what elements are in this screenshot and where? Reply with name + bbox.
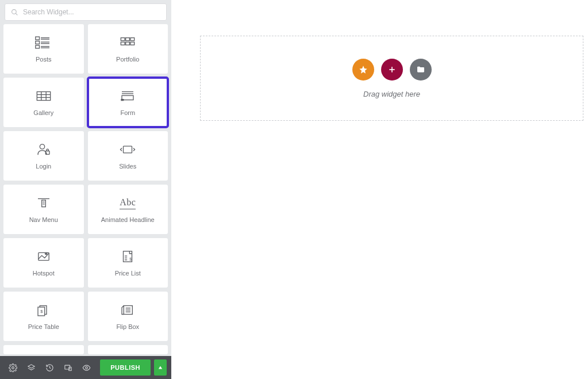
- widget-label: Hotspot: [33, 270, 55, 277]
- svg-marker-55: [159, 366, 162, 369]
- widget-panel: Posts Portfolio Gallery: [0, 0, 171, 356]
- drop-hint-text: Drag widget here: [363, 90, 420, 98]
- svg-rect-13: [130, 38, 134, 41]
- navigator-button[interactable]: [23, 359, 39, 376]
- template-button[interactable]: [410, 59, 432, 81]
- gallery-icon: [35, 89, 52, 104]
- widget-posts[interactable]: Posts: [3, 24, 84, 74]
- widget-pricetable[interactable]: $ Price Table: [3, 292, 84, 341]
- widget-label: Flip Box: [116, 323, 139, 330]
- widget-portfolio[interactable]: Portfolio: [88, 24, 168, 74]
- widget-label: Price Table: [28, 323, 59, 330]
- svg-rect-28: [124, 146, 132, 153]
- folder-icon: [416, 65, 425, 74]
- search-box[interactable]: [5, 3, 167, 21]
- widget-label: Posts: [36, 56, 52, 63]
- svg-rect-11: [121, 38, 125, 41]
- svg-point-26: [40, 144, 44, 149]
- widget-animated-headline[interactable]: Abc Animated Headline: [88, 185, 168, 234]
- plus-icon: [387, 65, 397, 74]
- portfolio-icon: [119, 35, 136, 50]
- preview-button[interactable]: [78, 359, 94, 376]
- responsive-icon: [64, 363, 72, 372]
- svg-rect-15: [126, 42, 130, 45]
- svg-rect-25: [121, 99, 124, 101]
- search-input[interactable]: [23, 8, 160, 16]
- svg-rect-12: [126, 38, 130, 41]
- search-icon: [11, 9, 18, 16]
- svg-text:$: $: [130, 257, 132, 261]
- widget-flipbox[interactable]: Flip Box: [88, 292, 168, 341]
- widget-navmenu[interactable]: Nav Menu: [3, 185, 84, 234]
- widget-label: Animated Headline: [101, 216, 155, 223]
- history-button[interactable]: [41, 359, 57, 376]
- drop-zone[interactable]: Drag widget here: [200, 36, 583, 121]
- hotspot-icon: [35, 249, 52, 264]
- pricelist-icon: $: [119, 249, 136, 264]
- responsive-button[interactable]: [60, 359, 76, 376]
- widget-label: Portfolio: [116, 56, 139, 63]
- svg-rect-8: [36, 45, 40, 48]
- star-icon: [359, 65, 368, 74]
- svg-rect-16: [130, 42, 134, 45]
- svg-point-50: [11, 366, 14, 369]
- pricetable-icon: $: [35, 303, 52, 317]
- editor-canvas: Drag widget here: [171, 0, 588, 356]
- widget-login[interactable]: Login: [3, 131, 84, 181]
- widget-hotspot[interactable]: Hotspot: [3, 238, 84, 288]
- form-icon: [119, 89, 136, 104]
- publish-label: PUBLISH: [110, 364, 140, 371]
- flipbox-icon: [119, 303, 136, 317]
- widget-slides[interactable]: Slides: [88, 131, 168, 181]
- svg-rect-30: [41, 200, 45, 207]
- posts-icon: [35, 35, 52, 50]
- widget-label: Slides: [119, 163, 136, 170]
- svg-rect-5: [36, 41, 40, 44]
- search-container: [0, 0, 171, 24]
- widget-partial[interactable]: [3, 345, 84, 354]
- login-icon: [35, 142, 52, 157]
- svg-point-35: [46, 254, 47, 254]
- svg-marker-51: [28, 364, 34, 367]
- widget-partial[interactable]: [88, 345, 168, 354]
- svg-rect-2: [36, 37, 40, 40]
- navmenu-icon: [35, 196, 52, 210]
- layers-icon: [27, 363, 36, 372]
- add-section-button[interactable]: [381, 59, 403, 81]
- history-icon: [45, 363, 54, 372]
- slides-icon: [119, 142, 136, 157]
- svg-point-54: [85, 366, 87, 369]
- add-section-buttons: [352, 59, 432, 81]
- settings-button[interactable]: [5, 359, 21, 376]
- publish-options-button[interactable]: [154, 359, 167, 376]
- svg-rect-17: [37, 92, 50, 101]
- widget-gallery[interactable]: Gallery: [3, 78, 84, 127]
- widget-label: Gallery: [33, 109, 53, 116]
- svg-point-0: [12, 9, 17, 14]
- gear-icon: [9, 363, 17, 372]
- widget-form[interactable]: Form: [88, 78, 168, 127]
- widget-pricelist[interactable]: $ Price List: [88, 238, 168, 288]
- widget-grid: Posts Portfolio Gallery: [0, 24, 171, 356]
- publish-button[interactable]: PUBLISH: [100, 359, 151, 376]
- svg-line-1: [16, 13, 17, 15]
- svg-rect-14: [121, 42, 125, 45]
- widget-label: Form: [120, 109, 135, 116]
- caret-up-icon: [158, 365, 163, 370]
- abc-icon: Abc: [120, 196, 136, 210]
- widget-label: Nav Menu: [29, 216, 58, 223]
- eye-icon: [82, 363, 91, 372]
- widget-label: Login: [36, 163, 51, 170]
- panel-footer: PUBLISH: [0, 356, 171, 379]
- widget-label: Price List: [115, 270, 141, 277]
- favorite-button[interactable]: [352, 59, 374, 81]
